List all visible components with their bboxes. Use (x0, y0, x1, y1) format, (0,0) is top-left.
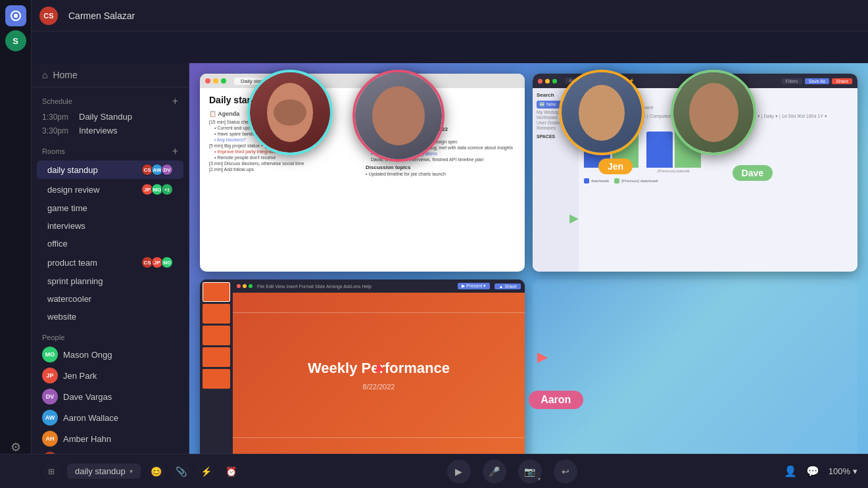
schedule-label: Schedule (42, 97, 72, 105)
filters-btn[interactable]: Filters (782, 78, 802, 84)
app-icon-s[interactable]: S (5, 30, 26, 51)
schedule-item-standup[interactable]: 1:30pm Daily Standup (32, 110, 189, 124)
room-sprint-planning[interactable]: sprint planning (37, 273, 183, 289)
share-pres-btn[interactable]: ▲ Share (494, 283, 521, 289)
person-aaron[interactable]: AW Aaron Wallace (32, 407, 189, 428)
app-sidebar: S ⚙ ? (0, 0, 32, 488)
participant-dave (671, 70, 756, 155)
room-sprint-planning-label: sprint planning (47, 276, 103, 286)
top-bar: S ⚙ ? CS Carmen Salazar (0, 0, 868, 32)
presentation-main: File Edit View Insert Format Slide Arran… (233, 280, 525, 477)
people-section: People (32, 326, 189, 344)
max-dot (249, 284, 253, 288)
room-watercooler-label: watercooler (47, 294, 91, 304)
person-name-aaron: Aaron Wallace (63, 413, 118, 423)
slide-line-bottom (233, 437, 525, 438)
close-dot (538, 79, 542, 84)
chat-icon[interactable]: 💬 (806, 465, 819, 477)
jen-face (267, 83, 313, 142)
users-icon[interactable]: 👤 (784, 465, 797, 477)
room-website[interactable]: website (37, 308, 183, 325)
sidebar: ⌂ Home Schedule + 1:30pm Daily Standup 3… (32, 63, 189, 488)
main-content: Daily standup Daily standup 📋 Agenda [15… (189, 63, 868, 488)
standup-label: Daily Standup (79, 112, 132, 122)
person-name-mason: Mason Ongg (63, 350, 112, 360)
room-office[interactable]: office (37, 235, 183, 252)
standup-time: 1:30pm (42, 112, 74, 122)
share-btn[interactable]: Share (832, 78, 852, 84)
participant-jen-right (559, 70, 644, 155)
emoji-icon[interactable]: 😊 (147, 462, 166, 481)
room-design-review-label: design review (47, 185, 100, 195)
person-name-jen: Jen Park (63, 371, 97, 381)
man-face-bg (355, 72, 442, 159)
home-label: Home (53, 70, 77, 80)
person-name-amber: Amber Hahn (63, 434, 111, 444)
room-daily-standup-label: daily standup (47, 165, 98, 175)
dave-face (689, 83, 738, 142)
jen-right-face (579, 85, 625, 141)
dave-face-bg (673, 72, 754, 153)
min-dot (213, 78, 218, 84)
person-dave[interactable]: DV Dave Vargas (32, 386, 189, 407)
zoom-level: 100% (829, 466, 850, 476)
person-avatar-dave: DV (42, 389, 58, 404)
present-btn[interactable]: ▶ Present ▾ (458, 283, 490, 289)
room-product-team-label: product team (47, 258, 97, 268)
lightning-icon[interactable]: ⚡ (197, 462, 216, 481)
add-schedule-btn[interactable]: + (172, 95, 178, 107)
zoom-control[interactable]: 100% ▾ (829, 466, 857, 476)
room-interviews[interactable]: interviews (37, 218, 183, 234)
man-face (372, 86, 425, 145)
presentation-play-cursor (537, 353, 548, 363)
person-name-dave: Dave Vargas (63, 392, 112, 402)
clock-icon[interactable]: ⏰ (222, 462, 241, 481)
home-icon: ⌂ (42, 70, 47, 80)
person-jen[interactable]: JP Jen Park (32, 365, 189, 386)
room-name-text: daily standup (75, 466, 126, 476)
slide-canvas: Weekly Performance 8/22/2022 (233, 293, 525, 458)
svg-point-1 (14, 14, 18, 18)
room-daily-standup[interactable]: daily standup CS AW DV (37, 160, 183, 179)
bottom-right-group: 👤 💬 100% ▾ (784, 465, 857, 477)
mic-btn[interactable]: 🎤 (483, 460, 506, 483)
person-amber[interactable]: AH Amber Hahn (32, 428, 189, 449)
pres-menu: File Edit View Insert Format Slide Arran… (257, 284, 372, 289)
room-watercooler[interactable]: watercooler (37, 291, 183, 307)
room-office-label: office (47, 239, 68, 249)
sidebar-home[interactable]: ⌂ Home (32, 63, 189, 87)
app-icon-main[interactable] (5, 5, 26, 26)
room-interviews-label: interviews (47, 221, 85, 231)
chevron-down-icon: ▾ (130, 468, 133, 475)
screen-bottom-right (533, 280, 857, 477)
bottom-bar: ⊞ daily standup ▾ 😊 📎 ⚡ ⏰ ▶ 🎤 📷▾ ↩ 👤 💬 1… (0, 454, 868, 488)
slide-thumb-5 (203, 369, 230, 389)
schedule-item-interviews[interactable]: 3:30pm Interviews (32, 124, 189, 137)
dave-name-label: Dave (733, 165, 773, 181)
bottom-left-group: ⊞ daily standup ▾ 😊 📎 ⚡ ⏰ (42, 462, 241, 481)
person-mason[interactable]: MO Mason Ongg (32, 344, 189, 365)
room-product-team[interactable]: product team CS JP MO (37, 253, 183, 272)
interviews-time: 3:30pm (42, 126, 74, 135)
jen-name-label: Jen (598, 159, 633, 174)
user-avatar[interactable]: CS (39, 7, 58, 25)
person-avatar-jen: JP (42, 368, 58, 383)
room-design-review[interactable]: design review JP MO +1 (37, 180, 183, 199)
person-avatar-mason: MO (42, 347, 58, 362)
screen-presentation: File Edit View Insert Format Slide Arran… (200, 280, 525, 477)
add-room-btn[interactable]: + (172, 145, 178, 157)
play-btn[interactable]: ▶ (447, 460, 471, 483)
close-dot (237, 284, 241, 288)
attachment-icon[interactable]: 📎 (172, 462, 191, 481)
room-name-display[interactable]: daily standup ▾ (67, 464, 141, 479)
save-as-btn[interactable]: Save As (805, 78, 830, 84)
slide-panel (200, 280, 233, 477)
room-game-time[interactable]: game time (37, 200, 183, 216)
room-avatar: DV (161, 164, 173, 176)
jen-face-bg (250, 72, 330, 153)
bottom-grid-icon[interactable]: ⊞ (42, 462, 60, 481)
camera-btn[interactable]: 📷▾ (518, 460, 542, 483)
pres-titlebar: File Edit View Insert Format Slide Arran… (233, 280, 525, 293)
room-game-time-label: game time (47, 203, 87, 213)
end-call-btn[interactable]: ↩ (554, 460, 577, 483)
